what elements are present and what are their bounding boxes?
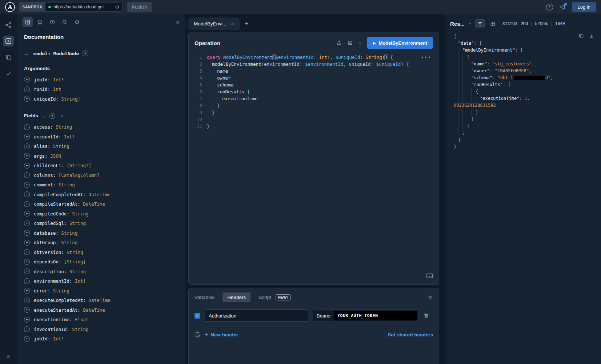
doc-field-row[interactable]: +comment: String <box>24 180 178 190</box>
field-name[interactable]: compiledSql: <box>34 221 67 226</box>
breadcrumb-type[interactable]: ModelNode <box>53 51 79 56</box>
field-name[interactable]: childrenL1: <box>34 163 64 168</box>
checks-icon[interactable] <box>3 68 14 78</box>
field-type[interactable]: Int! <box>50 336 64 341</box>
code-line[interactable]: 2modelByEnvironment(environmentId: $envi… <box>189 61 439 68</box>
doc-field-row[interactable]: +args: JSON <box>24 151 178 161</box>
field-type[interactable]: Int <box>50 86 61 92</box>
field-name[interactable]: executeCompletedAt: <box>34 298 86 303</box>
add-field-icon[interactable]: + <box>24 163 30 169</box>
add-field-icon[interactable]: + <box>24 124 30 130</box>
add-field-icon[interactable]: + <box>24 143 30 149</box>
edit-headers-json-icon[interactable] <box>195 332 200 337</box>
field-name[interactable]: columns: <box>34 173 56 178</box>
save-operation-icon[interactable] <box>347 40 353 46</box>
field-name[interactable]: dbtGroup: <box>34 240 59 245</box>
field-type[interactable]: String <box>67 269 86 274</box>
endpoint-input[interactable]: https://metadata.cloud.get ⚙ <box>45 2 123 12</box>
add-field-icon[interactable]: + <box>24 288 30 294</box>
add-field-icon[interactable]: + <box>24 268 30 274</box>
field-name[interactable]: jobId: <box>34 77 50 82</box>
field-name[interactable]: compileStartedAt: <box>34 201 80 207</box>
field-type[interactable]: [CatalogColumn] <box>56 173 99 178</box>
field-name[interactable]: dependsOn: <box>34 259 61 264</box>
field-type[interactable]: DateTime <box>86 298 111 303</box>
table-view-icon[interactable] <box>488 19 497 28</box>
apollo-logo[interactable]: A <box>5 2 15 12</box>
code-line[interactable]: 9} <box>189 109 439 116</box>
close-tab-icon[interactable]: × <box>231 21 234 27</box>
save-dropdown-chevron-icon[interactable] <box>358 41 362 45</box>
code-line[interactable]: 5schema <box>189 81 439 88</box>
field-name[interactable]: access: <box>34 124 53 130</box>
field-name[interactable]: dbtVersion: <box>34 250 64 255</box>
field-type[interactable]: String <box>59 230 78 236</box>
doc-field-row[interactable]: +runId: Int <box>24 85 178 94</box>
add-field-icon[interactable]: + <box>24 307 30 313</box>
auth-token-value[interactable]: YOUR_AUTH_TOKEN <box>334 311 417 320</box>
back-arrow-icon[interactable]: ← <box>24 50 30 57</box>
field-type[interactable]: String <box>50 288 69 294</box>
doc-field-row[interactable]: +accountId: Int! <box>24 132 178 142</box>
field-type[interactable]: String <box>53 124 72 130</box>
add-tab-icon[interactable]: + <box>245 20 249 30</box>
add-field-icon[interactable]: + <box>24 96 30 102</box>
search-icon[interactable] <box>60 17 70 27</box>
add-field-icon[interactable]: + <box>24 326 30 332</box>
collapse-request-panel-icon[interactable] <box>428 295 433 300</box>
download-response-icon[interactable] <box>589 33 594 39</box>
doc-field-row[interactable]: +compileCompletedAt: DateTime <box>24 190 178 199</box>
field-name[interactable]: comment: <box>34 182 56 187</box>
announcements-icon[interactable] <box>560 4 566 10</box>
field-name[interactable]: environmentId: <box>34 278 72 284</box>
explorer-icon[interactable] <box>3 36 14 46</box>
doc-field-row[interactable]: +compiledSql: String <box>24 219 178 228</box>
code-line[interactable]: 11} <box>189 123 439 130</box>
doc-field-row[interactable]: +jobId: Int! <box>24 75 178 85</box>
field-name[interactable]: accountId: <box>34 134 61 139</box>
add-field-icon[interactable]: + <box>24 278 30 284</box>
add-field-icon[interactable]: + <box>24 191 30 197</box>
add-type-icon[interactable]: + <box>83 50 88 56</box>
publish-button[interactable]: Publish <box>127 2 152 12</box>
field-name[interactable]: description: <box>34 269 67 274</box>
field-name[interactable]: alias: <box>34 143 50 149</box>
header-enabled-checkbox[interactable]: ✓ <box>195 313 200 319</box>
tab-variables[interactable]: Variables <box>195 295 215 300</box>
code-line[interactable]: 10 <box>189 116 439 123</box>
field-name[interactable]: jobId: <box>34 336 50 341</box>
field-type[interactable]: DateTime <box>80 307 105 313</box>
set-shared-headers-link[interactable]: Set shared headers <box>388 332 433 337</box>
code-line[interactable]: 8} <box>189 102 439 109</box>
doc-field-row[interactable]: +invocationId: String <box>24 324 178 334</box>
query-editor[interactable]: 1query ModelByEnvironment($environmentId… <box>189 52 439 284</box>
doc-field-row[interactable]: +dbtGroup: String <box>24 238 178 248</box>
doc-field-row[interactable]: +dependsOn: [String] <box>24 257 178 267</box>
collapse-docs-icon[interactable]: « <box>176 19 180 26</box>
field-type[interactable]: JSON <box>48 153 61 159</box>
field-type[interactable]: Int! <box>72 278 86 284</box>
field-name[interactable]: uniqueId: <box>34 96 59 102</box>
tab-script[interactable]: Script <box>259 295 271 300</box>
documentation-tab-icon[interactable] <box>23 17 33 27</box>
field-name[interactable]: executeStartedAt: <box>34 307 80 313</box>
code-line[interactable]: 6runResults { <box>189 88 439 95</box>
doc-field-row[interactable]: +description: String <box>24 267 178 276</box>
add-field-icon[interactable]: + <box>24 249 30 255</box>
field-type[interactable]: String <box>69 327 89 332</box>
run-operation-button[interactable]: ▶ ModelByEnvironment <box>367 37 433 49</box>
help-icon[interactable]: ? <box>546 4 553 11</box>
fields-options-chevron-icon[interactable] <box>60 114 64 118</box>
field-name[interactable]: compiledCode: <box>34 211 69 217</box>
field-name[interactable]: args: <box>34 153 48 159</box>
history-icon[interactable] <box>47 17 57 27</box>
doc-field-row[interactable]: +dbtVersion: String <box>24 247 178 257</box>
formatted-view-icon[interactable] <box>475 19 485 28</box>
field-type[interactable]: String <box>56 182 75 187</box>
doc-field-row[interactable]: +compiledCode: String <box>24 209 178 219</box>
copy-response-icon[interactable] <box>578 33 584 39</box>
field-name[interactable]: runId: <box>34 86 50 92</box>
editor-menu-icon[interactable]: ••• <box>421 54 432 61</box>
doc-field-row[interactable]: +uniqueId: String! <box>24 94 178 104</box>
doc-field-row[interactable]: +error: String <box>24 286 178 296</box>
